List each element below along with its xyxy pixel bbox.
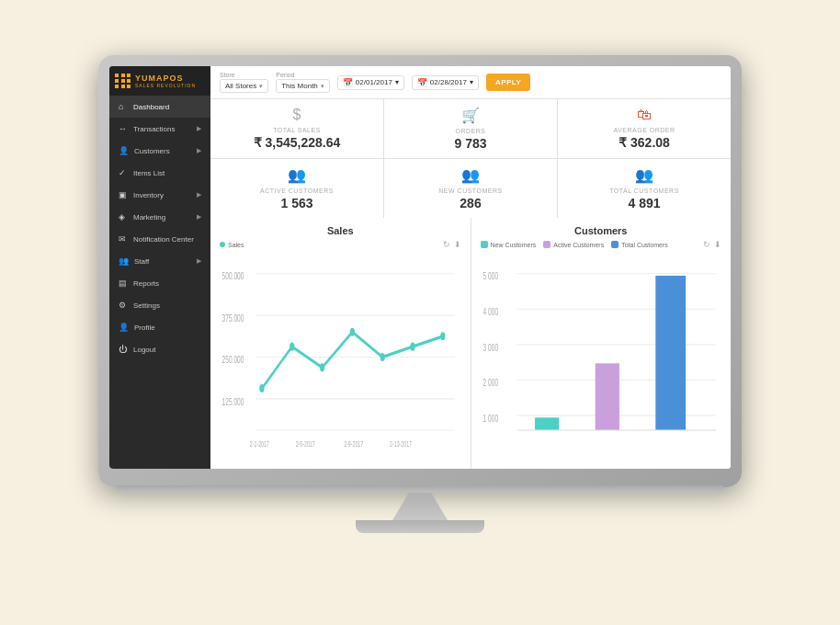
svg-text:3 000: 3 000 bbox=[482, 342, 497, 353]
marketing-nav-icon: ◈ bbox=[119, 212, 128, 222]
active-customers-label: ACTIVE CUSTOMERS bbox=[260, 188, 334, 194]
svg-text:5 000: 5 000 bbox=[482, 271, 497, 282]
customers-nav-arrow-icon: ▶ bbox=[197, 147, 201, 154]
orders-value: 9 783 bbox=[454, 136, 486, 151]
profile-nav-icon: 👤 bbox=[119, 323, 129, 332]
logo-sub: SALES REVOLUTION bbox=[135, 83, 196, 88]
sidebar-item-marketing[interactable]: ◈ Marketing ▶ bbox=[109, 206, 210, 228]
calendar-icon-2: 📅 bbox=[417, 78, 427, 87]
period-group: Period This Month ▾ bbox=[276, 72, 330, 93]
sidebar-item-profile[interactable]: 👤 Profile bbox=[109, 316, 210, 338]
logo-text: YUMAPOS SALES REVOLUTION bbox=[135, 74, 196, 88]
items-list-nav-icon: ✓ bbox=[119, 168, 128, 177]
sidebar-item-staff[interactable]: 👥 Staff ▶ bbox=[109, 250, 210, 272]
average-order-icon: 🛍 bbox=[637, 107, 652, 123]
sales-legend-label: Sales bbox=[228, 242, 244, 248]
date-from-input[interactable]: 📅 02/01/2017 ▾ bbox=[337, 75, 404, 90]
customers-download-icon[interactable]: ⬇ bbox=[714, 240, 721, 249]
sidebar-item-customers[interactable]: 👤 Customers ▶ bbox=[109, 140, 210, 162]
sales-download-icon[interactable]: ⬇ bbox=[454, 240, 461, 249]
nav-items: ⌂ Dashboard ↔ Transactions ▶ 👤 Customers… bbox=[109, 96, 210, 469]
monitor-stand bbox=[356, 493, 484, 533]
monitor: YUMAPOS SALES REVOLUTION ⌂ Dashboard ↔ T… bbox=[98, 55, 742, 570]
stat-card-average-order: 🛍 AVERAGE ORDER ₹ 362.08 bbox=[558, 99, 731, 158]
topbar: Store All Stores ▾ Period This Month ▾ bbox=[210, 66, 731, 99]
staff-nav-icon: 👥 bbox=[119, 256, 129, 266]
total-customers-dot bbox=[611, 241, 619, 248]
reports-nav-label: Reports bbox=[133, 279, 159, 288]
inventory-nav-icon: ▣ bbox=[119, 190, 128, 199]
new-customers-legend: New Customers bbox=[481, 241, 537, 248]
marketing-nav-label: Marketing bbox=[133, 213, 165, 222]
date-to-value: 02/28/2017 bbox=[430, 78, 467, 86]
sidebar: YUMAPOS SALES REVOLUTION ⌂ Dashboard ↔ T… bbox=[109, 66, 210, 469]
sales-chart-legend: Sales ↻ ⬇ bbox=[220, 240, 461, 249]
customers-nav-icon: 👤 bbox=[119, 146, 129, 155]
sales-refresh-icon[interactable]: ↻ bbox=[443, 240, 450, 249]
stats-grid: $ TOTAL SALES ₹ 3,545,228.64 🛒 ORDERS 9 … bbox=[210, 99, 731, 218]
logo-main: YUMAPOS bbox=[135, 74, 196, 83]
monitor-bezel: YUMAPOS SALES REVOLUTION ⌂ Dashboard ↔ T… bbox=[98, 55, 742, 487]
svg-text:4 000: 4 000 bbox=[482, 306, 497, 317]
calendar-icon: 📅 bbox=[343, 78, 353, 87]
orders-label: ORDERS bbox=[456, 128, 486, 134]
svg-text:125.000: 125.000 bbox=[222, 396, 244, 407]
monitor-bottom-bar bbox=[117, 485, 723, 493]
logout-nav-icon: ⏻ bbox=[119, 345, 128, 354]
customers-refresh-icon[interactable]: ↻ bbox=[703, 240, 710, 249]
stat-card-total-sales: $ TOTAL SALES ₹ 3,545,228.64 bbox=[210, 99, 383, 158]
svg-text:375.000: 375.000 bbox=[222, 312, 244, 324]
svg-rect-31 bbox=[595, 363, 619, 430]
date-to-input[interactable]: 📅 02/28/2017 ▾ bbox=[412, 75, 479, 90]
date-from-value: 02/01/2017 bbox=[356, 78, 392, 86]
sidebar-item-notification[interactable]: ✉ Notification Center bbox=[109, 228, 210, 250]
svg-text:500.000: 500.000 bbox=[222, 271, 244, 282]
svg-point-15 bbox=[440, 332, 445, 340]
new-customers-icon: 👥 bbox=[461, 166, 480, 184]
svg-rect-32 bbox=[655, 276, 686, 430]
period-label: Period bbox=[276, 72, 330, 78]
svg-text:2-9-2017: 2-9-2017 bbox=[344, 439, 363, 449]
active-customers-label: Active Customers bbox=[553, 242, 604, 248]
total-customers-label: TOTAL CUSTOMERS bbox=[609, 188, 679, 194]
sales-legend-item: Sales bbox=[220, 242, 244, 248]
sidebar-item-reports[interactable]: ▤ Reports bbox=[109, 272, 210, 294]
svg-text:250.000: 250.000 bbox=[222, 355, 244, 366]
logo-grid-icon bbox=[115, 74, 131, 88]
customers-chart-card: Customers New Customers Active Customers bbox=[471, 218, 732, 469]
date-from-arrow-icon: ▾ bbox=[395, 78, 399, 86]
store-arrow-icon: ▾ bbox=[259, 83, 263, 90]
sidebar-item-dashboard[interactable]: ⌂ Dashboard bbox=[109, 96, 210, 118]
sidebar-item-items-list[interactable]: ✓ Items List bbox=[109, 162, 210, 184]
store-select[interactable]: All Stores ▾ bbox=[220, 79, 268, 93]
average-order-value: ₹ 362.08 bbox=[619, 135, 670, 150]
active-customers-value: 1 563 bbox=[280, 196, 312, 210]
logo-yuma: YUMA bbox=[135, 74, 164, 83]
period-select[interactable]: This Month ▾ bbox=[276, 79, 330, 93]
customers-chart-title: Customers bbox=[481, 225, 722, 236]
sidebar-item-transactions[interactable]: ↔ Transactions ▶ bbox=[109, 118, 210, 140]
active-customers-legend: Active Customers bbox=[543, 241, 604, 248]
store-value: All Stores bbox=[225, 82, 256, 90]
stat-card-total-customers: 👥 TOTAL CUSTOMERS 4 891 bbox=[558, 159, 731, 218]
reports-nav-icon: ▤ bbox=[119, 278, 128, 288]
sidebar-item-inventory[interactable]: ▣ Inventory ▶ bbox=[109, 184, 210, 206]
svg-point-14 bbox=[410, 343, 414, 351]
total-sales-label: TOTAL SALES bbox=[273, 127, 321, 133]
sidebar-item-logout[interactable]: ⏻ Logout bbox=[109, 338, 210, 360]
total-sales-icon: $ bbox=[293, 107, 301, 123]
sidebar-item-settings[interactable]: ⚙ Settings bbox=[109, 294, 210, 316]
date-to-arrow-icon: ▾ bbox=[470, 78, 473, 86]
stand-base bbox=[356, 520, 484, 533]
period-value: This Month bbox=[281, 82, 318, 90]
staff-nav-arrow-icon: ▶ bbox=[197, 257, 201, 265]
new-customers-label: New Customers bbox=[491, 242, 537, 248]
notification-nav-icon: ✉ bbox=[119, 234, 128, 244]
dashboard-nav-label: Dashboard bbox=[133, 103, 169, 111]
logout-nav-label: Logout bbox=[133, 346, 155, 354]
orders-icon: 🛒 bbox=[461, 107, 480, 124]
transactions-nav-icon: ↔ bbox=[119, 124, 128, 133]
apply-button[interactable]: APPLY bbox=[486, 74, 530, 91]
total-customers-legend: Total Customers bbox=[611, 241, 668, 248]
charts-row: Sales Sales ↻ ⬇ bbox=[210, 218, 731, 469]
